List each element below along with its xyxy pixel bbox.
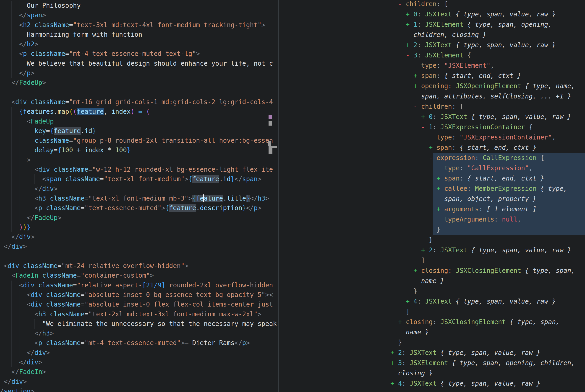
ast-line[interactable]: + 1: JSXElement { type, span, opening, [278,19,585,30]
ast-line[interactable]: + span: { start, end, ctxt } [278,71,585,81]
ast-line[interactable]: typeArguments: null, [278,214,585,224]
code-line[interactable]: </h3> [0,329,278,338]
ast-line[interactable]: - 3: JSXElement { [278,50,585,60]
code-line[interactable]: <p className="mt-4 text-essence-muted">—… [0,338,278,348]
ast-line[interactable]: children, closing } [278,30,585,40]
expand-toggle-icon[interactable]: + [413,267,421,274]
code-line[interactable]: Our Philosophy [0,1,278,10]
ast-line[interactable]: } [278,235,585,245]
code-line[interactable]: </section> [0,386,278,392]
ast-line[interactable]: type: "JSXExpressionContainer", [278,132,585,142]
ast-line[interactable]: + 2: JSXText { type, span, value, raw } [278,40,585,50]
code-line[interactable]: </div> [0,358,278,367]
collapse-toggle-icon[interactable]: - [429,154,437,162]
ast-line[interactable]: } [278,337,585,348]
ast-line[interactable]: + 0: JSXText { type, span, value, raw } [278,9,585,19]
code-line[interactable]: <FadeIn className="container-custom"> [0,271,278,280]
code-editor-pane[interactable]: Our Philosophy</span><h2 className="text… [0,0,278,392]
code-line[interactable]: <div className="w-12 h-12 rounded-xl bg-… [0,165,278,174]
expand-toggle-icon[interactable]: + [413,82,421,90]
ast-line[interactable]: } [278,224,585,235]
ast-line[interactable]: + 4: JSXText { type, span, value, raw } [278,296,585,306]
expand-toggle-icon[interactable]: + [436,205,444,213]
code-line[interactable]: delay={100 + index * 100} [0,146,278,155]
expand-toggle-icon[interactable]: + [406,41,413,49]
ast-line[interactable]: - 1: JSXExpressionContainer { [278,122,585,132]
ast-line[interactable]: + closing: JSXClosingElement { type, spa… [278,317,585,327]
code-line[interactable]: </div> [0,348,278,358]
code-line[interactable]: <span className="text-xl font-medium">{f… [0,174,278,184]
code-line[interactable]: <p className="mt-4 text-essence-muted te… [0,49,278,58]
ast-line[interactable]: - children: [ [278,0,585,9]
ast-line[interactable]: + closing: JSXClosingElement { type, spa… [278,266,585,276]
ast-line[interactable]: + 2: JSXText { type, span, value, raw } [278,348,585,358]
code-line[interactable] [0,88,278,97]
expand-toggle-icon[interactable]: + [398,318,406,326]
ast-line[interactable]: span, object, property } [278,194,585,204]
ast-line[interactable]: - expression: CallExpression { [278,153,585,163]
code-line[interactable]: <h3 className="text-2xl md:text-3xl font… [0,310,278,319]
ast-line[interactable]: - children: [ [278,102,585,112]
code-line[interactable]: <div className="mt-24 relative overflow-… [0,261,278,271]
ast-line[interactable]: name } [278,276,585,286]
expand-toggle-icon[interactable]: + [436,185,444,192]
ast-line[interactable]: closing } [278,368,585,378]
ast-line[interactable]: + callee: MemberExpression { type, [278,184,585,194]
code-line[interactable]: We believe that beautiful design should … [0,59,278,68]
code-line[interactable]: <div className="absolute inset-0 flex fl… [0,300,278,309]
collapse-toggle-icon[interactable]: - [421,123,429,131]
code-line[interactable]: {features.map((feature, index) ⇒ ( [0,107,278,116]
code-line[interactable]: <h2 className="text-3xl md:text-4xl font… [0,20,278,30]
code-line[interactable]: <div className="absolute inset-0 bg-esse… [0,290,278,300]
ast-line[interactable]: type: "JSXElement", [278,60,585,71]
expand-toggle-icon[interactable]: + [406,21,413,28]
expand-toggle-icon[interactable]: + [429,144,437,151]
code-line[interactable]: <div className="relative aspect-[21/9] r… [0,280,278,290]
code-line[interactable]: key={feature.id} [0,126,278,136]
code-line[interactable]: </div> [0,232,278,242]
ast-line[interactable]: ] [278,255,585,266]
code-line[interactable]: Harmonizing form with function [0,30,278,40]
code-line[interactable]: </div> [0,184,278,194]
code-line[interactable]: <FadeUp [0,117,278,126]
expand-toggle-icon[interactable]: + [421,113,429,120]
code-line[interactable]: <p className="text-essence-muted">{featu… [0,203,278,213]
ast-tree-pane[interactable]: - children: [+ 0: JSXText { type, span, … [278,0,585,392]
code-line[interactable]: > [0,155,278,165]
expand-toggle-icon[interactable]: + [390,349,398,356]
ast-line[interactable]: + 3: JSXElement { type, span, opening, c… [278,358,585,368]
collapse-toggle-icon[interactable]: - [398,0,406,8]
expand-toggle-icon[interactable]: + [390,380,398,387]
ast-line[interactable]: + span: { start, end, ctxt } [278,173,585,184]
expand-toggle-icon[interactable]: + [406,10,413,18]
code-line[interactable]: className="group p-8 rounded-2xl transit… [0,136,278,146]
code-line[interactable]: </FadeIn> [0,367,278,377]
ast-line[interactable]: + 4: JSXText { type, span, value, raw } [278,378,585,388]
ast-line[interactable]: + 0: JSXText { type, span, value, raw } [278,112,585,122]
code-line[interactable]: </p> [0,68,278,78]
ast-line[interactable]: } [278,286,585,296]
code-line[interactable]: </FadeUp> [0,213,278,223]
ast-line[interactable]: + arguments: [ 1 element ] [278,204,585,214]
ast-line[interactable]: name } [278,327,585,337]
ast-line[interactable]: type: "CallExpression", [278,163,585,173]
ast-line[interactable]: + 2: JSXText { type, span, value, raw } [278,245,585,255]
code-line[interactable]: </div> [0,377,278,386]
collapse-toggle-icon[interactable]: - [406,52,413,59]
code-line[interactable]: </span> [0,10,278,20]
expand-toggle-icon[interactable]: + [413,72,421,80]
ast-line[interactable]: ] [278,306,585,317]
ast-line[interactable]: + span: { start, end, ctxt } [278,142,585,153]
code-line[interactable]: <div className="mt-16 grid grid-cols-1 m… [0,97,278,107]
ast-line[interactable]: + opening: JSXOpeningElement { type, nam… [278,81,585,91]
code-line[interactable]: <h3 className="text-xl font-medium mb-3"… [0,194,278,203]
expand-toggle-icon[interactable]: + [421,246,429,254]
expand-toggle-icon[interactable]: + [406,298,413,305]
code-line[interactable] [0,252,278,261]
code-line[interactable]: </FadeUp> [0,78,278,88]
code-line[interactable]: </div> [0,242,278,252]
code-line[interactable]: ))} [0,223,278,232]
collapse-toggle-icon[interactable]: - [413,103,421,110]
ast-line[interactable]: span, attributes, selfClosing, ... +1 } [278,91,585,102]
expand-toggle-icon[interactable]: + [390,359,398,367]
